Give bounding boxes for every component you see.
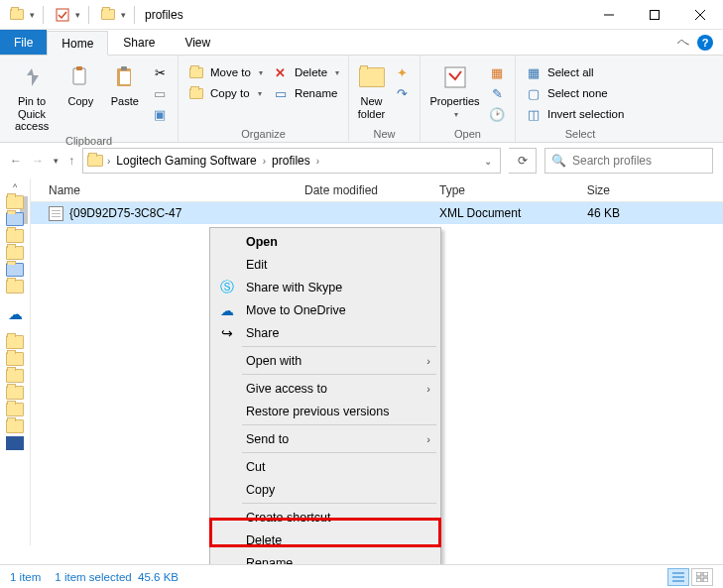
folder-icon[interactable] <box>6 403 24 416</box>
select-all-button[interactable]: ▦Select all <box>522 63 628 81</box>
folder-icon[interactable] <box>6 335 24 349</box>
folder-icon <box>6 4 28 26</box>
col-date[interactable]: Date modified <box>304 183 439 197</box>
nav-up-button[interactable]: ↑ <box>68 154 74 168</box>
invert-selection-button[interactable]: ◫Invert selection <box>522 105 628 123</box>
shortcut-icon: ▣ <box>152 106 168 122</box>
nav-pane[interactable]: ^ ☁ <box>0 178 30 545</box>
cm-restore[interactable]: Restore previous versions <box>210 400 440 422</box>
svg-rect-15 <box>703 572 708 576</box>
file-name: {09D92D75-3C8C-47 <box>69 206 181 220</box>
delete-button[interactable]: ✕Delete▾ <box>269 63 343 81</box>
cm-open-with[interactable]: Open with› <box>210 349 440 372</box>
address-dropdown-icon[interactable]: ⌄ <box>476 156 500 167</box>
folder-icon[interactable] <box>6 212 24 226</box>
cm-skype[interactable]: ⓈShare with Skype <box>210 276 440 298</box>
nav-history-dropdown[interactable]: ▾ <box>54 156 59 166</box>
svg-rect-14 <box>696 572 701 576</box>
folder-icon[interactable] <box>6 369 24 383</box>
drive-icon[interactable] <box>6 436 24 450</box>
svg-rect-9 <box>121 66 127 70</box>
file-menu[interactable]: File <box>0 30 47 55</box>
select-none-button[interactable]: ▢Select none <box>522 84 628 102</box>
folder-icon[interactable] <box>6 246 24 260</box>
col-type[interactable]: Type <box>439 183 560 197</box>
edit-button[interactable]: ✎ <box>485 84 509 102</box>
address-bar[interactable]: › Logitech Gaming Software › profiles › … <box>82 148 501 174</box>
paste-icon <box>109 61 141 93</box>
new-item-button[interactable]: ✦ <box>390 63 414 81</box>
breadcrumb[interactable]: Logitech Gaming Software <box>114 154 258 168</box>
cm-send-to[interactable]: Send to› <box>210 427 440 450</box>
cm-give-access[interactable]: Give access to› <box>210 377 440 400</box>
open-button[interactable]: ▦ <box>485 63 509 81</box>
refresh-button[interactable]: ⟳ <box>509 148 537 174</box>
copy-path-button[interactable]: ▭ <box>148 84 172 102</box>
file-row[interactable]: {09D92D75-3C8C-47 XML Document 46 KB <box>31 202 723 224</box>
status-selected: 1 item selected 45.6 KB <box>55 571 179 583</box>
folder-icon[interactable] <box>6 263 24 277</box>
copy-to-button[interactable]: Copy to▾ <box>184 84 267 102</box>
col-name[interactable]: Name <box>49 183 304 197</box>
col-size[interactable]: Size <box>560 183 620 197</box>
context-menu: Open Edit ⓈShare with Skype ☁Move to One… <box>209 227 441 588</box>
properties-button[interactable]: Properties▾ <box>426 59 483 121</box>
thumbnails-view-button[interactable] <box>691 568 713 586</box>
cm-edit[interactable]: Edit <box>210 253 440 276</box>
tab-share[interactable]: Share <box>108 30 170 55</box>
search-input[interactable] <box>572 154 706 168</box>
cm-shortcut[interactable]: Create shortcut <box>210 506 440 529</box>
folder-icon[interactable] <box>6 419 24 433</box>
cm-copy[interactable]: Copy <box>210 478 440 501</box>
move-to-button[interactable]: Move to▾ <box>184 63 267 81</box>
folder-icon[interactable] <box>6 229 24 243</box>
chevron-right-icon: › <box>426 355 430 367</box>
folder-icon[interactable] <box>6 195 24 209</box>
paste-button[interactable]: Paste <box>104 59 146 110</box>
cm-cut[interactable]: Cut <box>210 455 440 478</box>
copy-button[interactable]: Copy <box>60 59 101 110</box>
cm-open[interactable]: Open <box>210 230 440 253</box>
folder-icon[interactable] <box>6 352 24 366</box>
close-button[interactable] <box>677 0 723 30</box>
file-icon <box>49 206 63 221</box>
copy-icon <box>64 61 96 93</box>
svg-rect-0 <box>57 9 68 21</box>
qat-dropdown-icon[interactable]: ▾ <box>30 10 35 20</box>
qat-dropdown3-icon[interactable]: ▾ <box>121 10 126 20</box>
rename-button[interactable]: ▭Rename <box>269 84 343 102</box>
tab-view[interactable]: View <box>170 30 225 55</box>
help-icon[interactable]: ? <box>697 35 713 51</box>
column-headers[interactable]: Name Date modified Type Size <box>31 178 723 202</box>
tab-home[interactable]: Home <box>47 31 108 56</box>
folder-icon[interactable] <box>6 386 24 400</box>
svg-rect-16 <box>696 578 701 582</box>
menu-tabs: File Home Share View へ ? <box>0 30 723 56</box>
path-icon: ▭ <box>152 85 168 101</box>
minimize-button[interactable] <box>586 0 632 30</box>
new-folder-button[interactable]: New folder <box>355 59 388 122</box>
checkbox-icon[interactable] <box>52 4 73 26</box>
nav-forward-button[interactable]: → <box>32 154 44 168</box>
search-icon: 🔍 <box>551 154 566 168</box>
cut-button[interactable]: ✂ <box>148 63 172 81</box>
group-label-open: Open <box>421 128 515 142</box>
cm-onedrive[interactable]: ☁Move to OneDrive <box>210 298 440 321</box>
search-box[interactable]: 🔍 <box>544 148 713 174</box>
collapse-ribbon-icon[interactable]: へ <box>677 34 689 51</box>
paste-shortcut-button[interactable]: ▣ <box>148 105 172 123</box>
qat-dropdown2-icon[interactable]: ▾ <box>75 10 80 20</box>
new-item-icon: ✦ <box>394 64 410 80</box>
easy-access-button[interactable]: ↷ <box>390 84 414 102</box>
folder-icon[interactable] <box>6 280 24 294</box>
breadcrumb[interactable]: profiles <box>270 154 312 168</box>
pin-to-quick-access-button[interactable]: Pin to Quick access <box>6 59 58 135</box>
details-view-button[interactable] <box>667 568 689 586</box>
onedrive-icon[interactable]: ☁ <box>8 305 23 323</box>
nav-back-button[interactable]: ← <box>10 154 22 168</box>
cm-delete[interactable]: Delete <box>210 529 440 551</box>
cm-share[interactable]: ↪Share <box>210 321 440 344</box>
svg-rect-2 <box>651 10 660 19</box>
history-button[interactable]: 🕑 <box>485 105 509 123</box>
maximize-button[interactable] <box>632 0 677 30</box>
